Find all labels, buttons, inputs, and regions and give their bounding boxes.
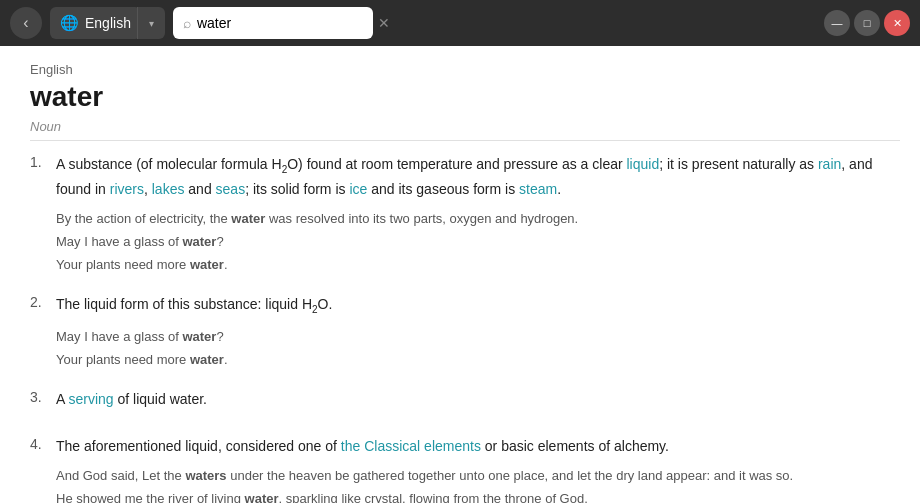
def-number: 4.	[30, 436, 48, 503]
def-text: The liquid form of this substance: liqui…	[56, 293, 900, 318]
minimize-button[interactable]: —	[824, 10, 850, 36]
search-icon: ⌕	[183, 15, 191, 31]
examples: And God said, Let the waters under the h…	[56, 465, 900, 503]
def-content: The aforementioned liquid, considered on…	[56, 435, 900, 503]
maximize-button[interactable]: □	[854, 10, 880, 36]
definition-item: 1. A substance (of molecular formula H2O…	[30, 153, 900, 277]
word-language: English	[30, 62, 900, 77]
link-classical-elements[interactable]: the Classical elements	[341, 438, 481, 454]
definition-item: 4. The aforementioned liquid, considered…	[30, 435, 900, 503]
definition-item: 3. A serving of liquid water.	[30, 388, 900, 418]
example-item: May I have a glass of water?	[56, 326, 900, 348]
link-seas[interactable]: seas	[216, 181, 246, 197]
definitions-list: 1. A substance (of molecular formula H2O…	[30, 153, 900, 503]
language-dropdown-button[interactable]: ▾	[137, 7, 165, 39]
bold-word: waters	[185, 468, 226, 483]
def-content: A serving of liquid water.	[56, 388, 900, 418]
examples: May I have a glass of water? Your plants…	[56, 326, 900, 371]
def-content: A substance (of molecular formula H2O) f…	[56, 153, 900, 277]
titlebar: ‹ 🌐 English ▾ ⌕ ✕ — □ ✕	[0, 0, 920, 46]
def-content: The liquid form of this substance: liqui…	[56, 293, 900, 372]
chevron-down-icon: ▾	[149, 18, 154, 29]
globe-icon: 🌐	[60, 14, 79, 32]
example-item: Your plants need more water.	[56, 349, 900, 371]
example-item: By the action of electricity, the water …	[56, 208, 900, 230]
language-selector[interactable]: 🌐 English	[50, 7, 141, 39]
bold-word: water	[245, 491, 279, 503]
example-item: Your plants need more water.	[56, 254, 900, 276]
def-number: 1.	[30, 154, 48, 277]
word-pos: Noun	[30, 119, 900, 141]
link-lakes[interactable]: lakes	[152, 181, 185, 197]
examples: By the action of electricity, the water …	[56, 208, 900, 276]
search-input[interactable]	[197, 15, 372, 31]
clear-search-button[interactable]: ✕	[378, 15, 390, 31]
link-serving[interactable]: serving	[68, 391, 113, 407]
word-title: water	[30, 81, 900, 113]
example-item: And God said, Let the waters under the h…	[56, 465, 900, 487]
link-liquid[interactable]: liquid	[627, 156, 660, 172]
bold-word: water	[182, 234, 216, 249]
back-button[interactable]: ‹	[10, 7, 42, 39]
example-item: He showed me the river of living water, …	[56, 488, 900, 503]
content-area: English water Noun 1. A substance (of mo…	[0, 46, 920, 503]
definition-item: 2. The liquid form of this substance: li…	[30, 293, 900, 372]
bold-word: water	[182, 329, 216, 344]
search-bar: ⌕ ✕	[173, 7, 373, 39]
link-steam[interactable]: steam	[519, 181, 557, 197]
bold-word: water	[190, 352, 224, 367]
window-controls: — □ ✕	[824, 10, 910, 36]
bold-word: water	[231, 211, 265, 226]
close-button[interactable]: ✕	[884, 10, 910, 36]
def-text: A substance (of molecular formula H2O) f…	[56, 153, 900, 200]
link-rivers[interactable]: rivers	[110, 181, 144, 197]
def-number: 2.	[30, 294, 48, 372]
example-item: May I have a glass of water?	[56, 231, 900, 253]
bold-word: water	[190, 257, 224, 272]
def-text: The aforementioned liquid, considered on…	[56, 435, 900, 457]
link-rain[interactable]: rain	[818, 156, 841, 172]
link-ice[interactable]: ice	[349, 181, 367, 197]
def-number: 3.	[30, 389, 48, 418]
language-label: English	[85, 15, 131, 31]
def-text: A serving of liquid water.	[56, 388, 900, 410]
